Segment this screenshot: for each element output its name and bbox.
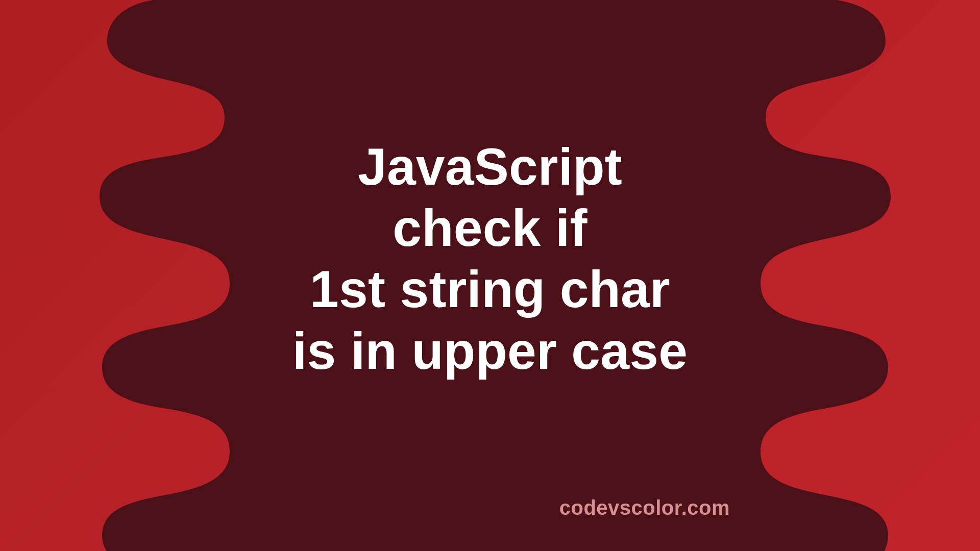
graphic-canvas: JavaScript check if 1st string char is i… [0,0,980,551]
main-title: JavaScript check if 1st string char is i… [292,136,688,382]
site-watermark: codevscolor.com [559,496,730,519]
